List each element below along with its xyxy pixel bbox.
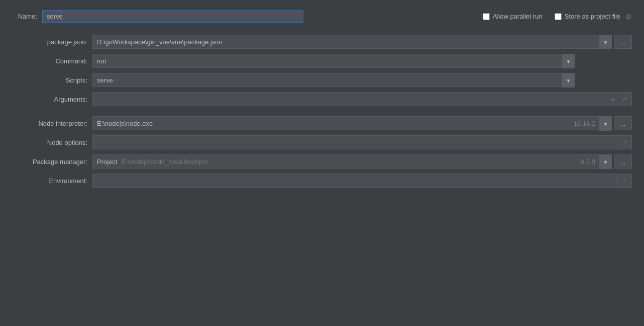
header-row: Name: Allow parallel run Store as projec…: [12, 10, 632, 23]
arguments-expand-icon[interactable]: ⤢: [620, 94, 630, 104]
node-interpreter-dropdown-arrow[interactable]: ▼: [599, 117, 611, 131]
node-interpreter-dropdown: E:\nodejs\node.exe 16.14.2 ▼: [92, 116, 612, 130]
scripts-label: Scripts:: [12, 76, 92, 84]
environment-row: Environment: ≡: [12, 174, 632, 188]
node-options-container: ⤢: [92, 135, 632, 149]
command-dropdown[interactable]: run ▼: [92, 54, 575, 68]
command-label: Command:: [12, 57, 92, 65]
package-json-dropdown-arrow[interactable]: ▼: [599, 35, 611, 49]
scripts-dropdown[interactable]: serve ▼: [92, 73, 575, 87]
node-options-expand-icon[interactable]: ⤢: [620, 137, 630, 147]
arguments-container: + ⤢: [92, 92, 632, 106]
package-manager-version: 8.5.0: [211, 155, 599, 168]
node-options-label: Node options:: [12, 139, 92, 146]
run-configuration-dialog: Name: Allow parallel run Store as projec…: [0, 0, 644, 326]
node-interpreter-value: E:\nodejs\node.exe: [93, 117, 570, 130]
package-manager-text: Project E:\nodejs\node_modules\npm: [93, 155, 211, 168]
arguments-row: Arguments: + ⤢: [12, 92, 632, 106]
package-manager-path: E:\nodejs\node_modules\npm: [121, 158, 207, 166]
command-row: Command: run ▼: [12, 54, 632, 68]
gear-icon[interactable]: ⚙: [625, 13, 632, 21]
arguments-add-icon[interactable]: +: [608, 94, 618, 104]
node-options-icons: ⤢: [620, 135, 632, 149]
arguments-input[interactable]: [92, 92, 632, 106]
package-json-row: package.json: D:\goWorkspace\gin_vue\vue…: [12, 35, 632, 49]
package-json-browse-button[interactable]: ...: [614, 35, 632, 49]
environment-input[interactable]: [93, 174, 617, 187]
environment-edit-icon[interactable]: ≡: [617, 174, 631, 187]
store-project-label: Store as project file: [565, 13, 620, 20]
package-json-dropdown: D:\goWorkspace\gin_vue\vue\package.json …: [92, 35, 612, 49]
args-icons: + ⤢: [608, 92, 632, 106]
package-manager-dropdown: Project E:\nodejs\node_modules\npm 8.5.0…: [92, 154, 612, 169]
node-options-row: Node options: ⤢: [12, 135, 632, 149]
node-options-input[interactable]: [92, 135, 632, 149]
node-version: 16.14.2: [570, 117, 599, 130]
scripts-value: serve: [93, 73, 562, 87]
node-interpreter-browse-button[interactable]: ...: [614, 116, 632, 130]
clipboard-icon: ≡: [623, 177, 627, 185]
package-manager-row: Package manager: Project E:\nodejs\node_…: [12, 154, 632, 169]
package-manager-label: Package manager:: [12, 158, 92, 166]
header-options: Allow parallel run Store as project file…: [483, 13, 632, 21]
package-manager-type: Project: [97, 158, 117, 166]
node-interpreter-row: Node interpreter: E:\nodejs\node.exe 16.…: [12, 116, 632, 130]
allow-parallel-group: Allow parallel run: [483, 13, 543, 20]
package-json-label: package.json:: [12, 38, 92, 46]
package-manager-input-row: Project E:\nodejs\node_modules\npm 8.5.0…: [92, 154, 632, 169]
command-value: run: [93, 54, 562, 67]
package-json-input-row: D:\goWorkspace\gin_vue\vue\package.json …: [92, 35, 632, 49]
store-project-checkbox[interactable]: [555, 13, 562, 20]
name-label: Name:: [12, 13, 42, 20]
arguments-label: Arguments:: [12, 96, 92, 103]
allow-parallel-checkbox[interactable]: [483, 13, 490, 20]
package-json-value: D:\goWorkspace\gin_vue\vue\package.json: [93, 35, 599, 48]
allow-parallel-label: Allow parallel run: [493, 13, 543, 20]
name-input[interactable]: [42, 10, 303, 23]
scripts-row: Scripts: serve ▼: [12, 73, 632, 87]
package-manager-dropdown-arrow[interactable]: ▼: [599, 155, 611, 169]
command-dropdown-arrow[interactable]: ▼: [562, 54, 574, 68]
package-manager-browse-button[interactable]: ...: [614, 154, 632, 169]
environment-label: Environment:: [12, 177, 92, 185]
scripts-dropdown-arrow[interactable]: ▼: [562, 73, 574, 88]
node-interpreter-input-row: E:\nodejs\node.exe 16.14.2 ▼ ...: [92, 116, 632, 130]
node-interpreter-label: Node interpreter:: [12, 120, 92, 127]
store-project-group: Store as project file ⚙: [555, 13, 632, 21]
environment-wrapper: ≡: [92, 174, 632, 188]
